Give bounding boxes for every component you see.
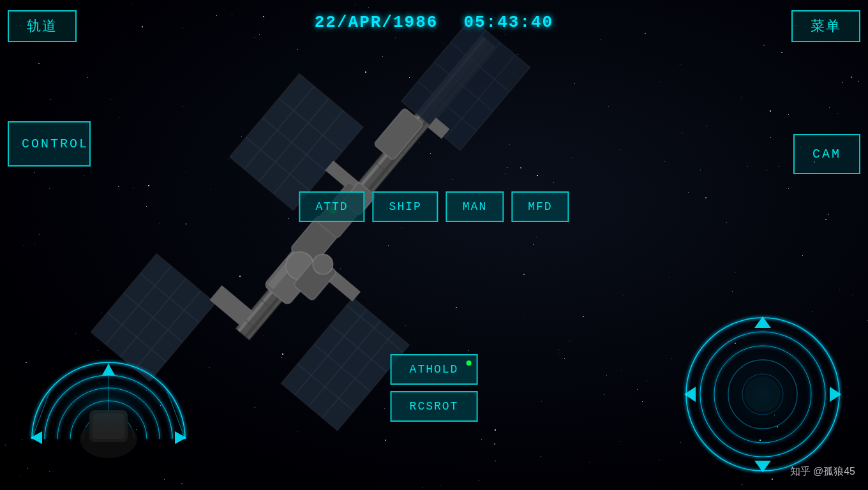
- mfd-button[interactable]: MFD: [511, 191, 569, 222]
- cam-button[interactable]: CAM: [793, 134, 860, 174]
- time-display: 05:43:40: [463, 13, 553, 32]
- nav-buttons-group: ATTD SHIP MAN MFD: [299, 191, 569, 222]
- man-button[interactable]: MAN: [446, 191, 504, 222]
- top-bar: 轨道 22/APR/1986 05:43:40 菜单: [0, 0, 868, 45]
- svg-point-83: [687, 319, 838, 470]
- attd-button[interactable]: ATTD: [299, 191, 364, 222]
- control-button[interactable]: CONTROL: [8, 121, 91, 167]
- ship-button[interactable]: SHIP: [373, 191, 438, 222]
- right-joystick[interactable]: [677, 311, 849, 477]
- date-display: 22/APR/1986: [315, 13, 438, 32]
- athold-button[interactable]: ATHOLD: [391, 354, 478, 385]
- rcsrot-button[interactable]: RCSROT: [391, 391, 478, 422]
- athold-indicator: [466, 360, 471, 366]
- top-center: 22/APR/1986 05:43:40: [315, 13, 553, 32]
- left-joystick[interactable]: [19, 311, 198, 477]
- menu-button[interactable]: 菜单: [791, 10, 860, 42]
- orbit-button[interactable]: 轨道: [8, 10, 77, 42]
- action-buttons-group: ATHOLD RCSROT: [391, 354, 478, 422]
